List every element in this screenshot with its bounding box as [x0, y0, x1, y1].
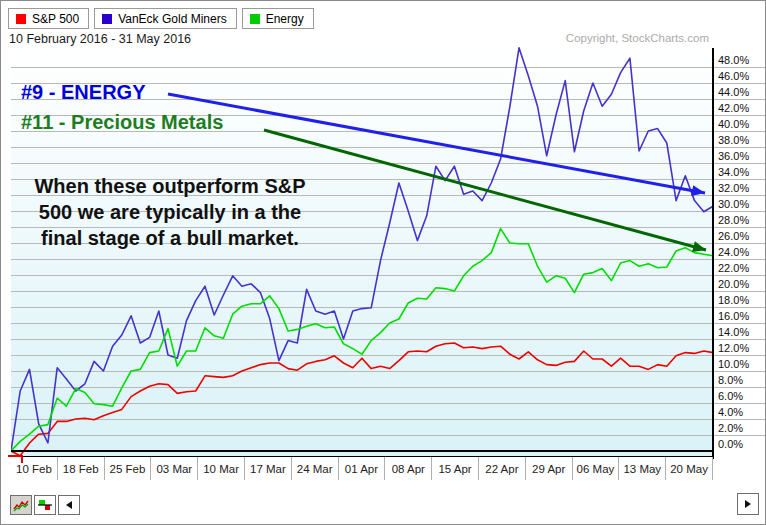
copyright-label: Copyright, StockCharts.com: [566, 32, 709, 44]
note-line: 500 we are typically in a the: [34, 199, 306, 225]
x-axis-label: 01 Apr: [339, 457, 386, 480]
y-axis-label: 4.0%: [718, 406, 743, 418]
x-axis-label: 29 Apr: [526, 457, 573, 480]
bottom-toolbar: 77 days: [1, 483, 765, 519]
y-axis-label: 40.0%: [718, 118, 749, 130]
y-axis-label: 42.0%: [718, 102, 749, 114]
y-axis-label: 34.0%: [718, 166, 749, 178]
x-axis-label: 17 Mar: [245, 457, 292, 480]
precious-metals-annotation: #11 - Precious Metals: [21, 111, 223, 134]
scroll-right-button[interactable]: [737, 493, 759, 515]
y-axis-label: 20.0%: [718, 278, 749, 290]
x-axis-label: 06 May: [573, 457, 620, 480]
legend-label: S&P 500: [32, 12, 79, 26]
note-line: When these outperform S&P: [34, 173, 306, 199]
histogram-mode-button[interactable]: [34, 495, 56, 515]
y-axis-label: 48.0%: [718, 54, 749, 66]
y-axis-label: 26.0%: [718, 230, 749, 242]
y-axis-label: 14.0%: [718, 326, 749, 338]
y-axis-label: 10.0%: [718, 358, 749, 370]
note-annotation: When these outperform S&P 500 we are typ…: [34, 173, 306, 251]
y-axis-label: 18.0%: [718, 294, 749, 306]
left-triangle-icon: [66, 501, 72, 509]
y-axis-label: 0.0%: [718, 438, 743, 450]
y-axis-label: 2.0%: [718, 422, 743, 434]
x-axis-label: 13 May: [619, 457, 666, 480]
x-axis-label: 25 Feb: [105, 457, 152, 480]
y-axis-label: 16.0%: [718, 310, 749, 322]
energy-annotation: #9 - ENERGY: [21, 81, 145, 104]
line-chart-mode-button[interactable]: [10, 495, 32, 515]
y-axis-label: 32.0%: [718, 182, 749, 194]
scroll-left-button[interactable]: [58, 495, 80, 515]
legend-swatch: [102, 14, 112, 24]
x-axis-label: 15 Apr: [432, 457, 479, 480]
histogram-icon: [38, 498, 52, 512]
note-line: final stage of a bull market.: [34, 225, 306, 251]
date-range-label: 10 February 2016 - 31 May 2016: [9, 32, 191, 46]
performance-chart[interactable]: 0.0%2.0%4.0%6.0%8.0%10.0%12.0%14.0%16.0%…: [11, 47, 766, 459]
x-axis-label: 08 Apr: [385, 457, 432, 480]
y-axis-label: 28.0%: [718, 214, 749, 226]
x-axis-label: 10 Mar: [198, 457, 245, 480]
x-axis-label: 18 Feb: [58, 457, 105, 480]
y-axis-label: 46.0%: [718, 70, 749, 82]
legend-item-vaneck-gold-miners[interactable]: VanEck Gold Miners: [94, 8, 237, 29]
y-axis-label: 44.0%: [718, 86, 749, 98]
legend-item-energy[interactable]: Energy: [242, 8, 314, 29]
y-axis-label: 24.0%: [718, 246, 749, 258]
y-axis-label: 12.0%: [718, 342, 749, 354]
y-axis-label: 38.0%: [718, 134, 749, 146]
x-axis-label: 03 Mar: [151, 457, 198, 480]
legend-label: VanEck Gold Miners: [118, 12, 227, 26]
legend-label: Energy: [266, 12, 304, 26]
stockcharts-window: S&P 500VanEck Gold MinersEnergy 10 Febru…: [0, 0, 766, 525]
x-axis-band: 10 Feb18 Feb25 Feb03 Mar10 Mar17 Mar24 M…: [11, 456, 713, 480]
x-axis-label: 24 Mar: [292, 457, 339, 480]
y-axis-labels: 0.0%2.0%4.0%6.0%8.0%10.0%12.0%14.0%16.0%…: [718, 54, 749, 450]
legend-item-s-p-500[interactable]: S&P 500: [8, 8, 89, 29]
legend-swatch: [16, 14, 26, 24]
line-chart-icon: [13, 499, 29, 512]
x-axis-label: 20 May: [666, 457, 713, 480]
y-axis-label: 22.0%: [718, 262, 749, 274]
x-axis-label: 22 Apr: [479, 457, 526, 480]
y-axis-label: 30.0%: [718, 198, 749, 210]
legend-swatch: [250, 14, 260, 24]
y-axis-label: 36.0%: [718, 150, 749, 162]
legend: S&P 500VanEck Gold MinersEnergy: [8, 8, 314, 29]
y-axis-label: 6.0%: [718, 390, 743, 402]
right-triangle-icon: [745, 500, 751, 508]
axis-origin-marker: [8, 455, 23, 463]
y-axis-label: 8.0%: [718, 374, 743, 386]
